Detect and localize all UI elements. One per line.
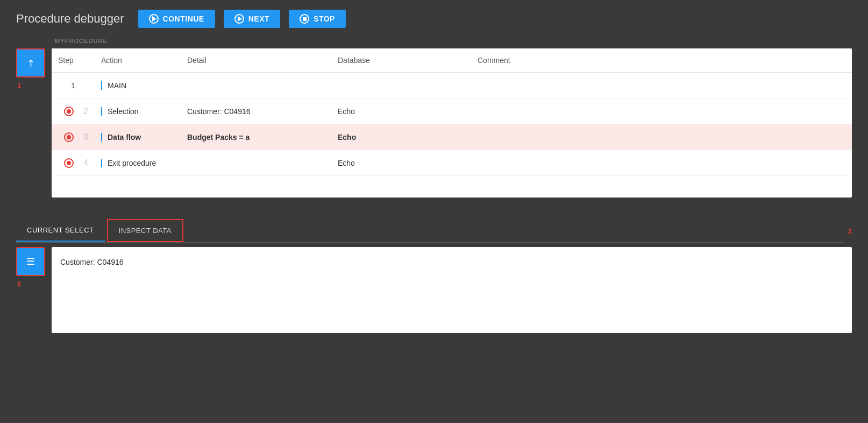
database-3: Echo [331, 129, 471, 146]
main-content: MYPROCEDURE ↗ 1 Step Action Detail Datab… [0, 38, 868, 198]
indent-bar-4: Exit procedure [101, 159, 156, 167]
list-icon: ☰ [26, 256, 35, 267]
tabs-row: CURRENT SELECT INSPECT DATA [16, 219, 844, 243]
stop-icon [300, 14, 309, 24]
stop-square-icon [303, 17, 307, 21]
breakpoint-icon-3[interactable] [64, 132, 74, 142]
comment-3 [471, 133, 852, 142]
table-row: 2 Selection Customer: C04916 Echo [52, 98, 852, 124]
procedure-section-label: MYPROCEDURE [16, 38, 852, 44]
indent-bar-2: Selection [101, 107, 139, 116]
breakpoint-dot-4 [67, 161, 71, 165]
breakpoint-dot-3 [67, 135, 71, 139]
step-1: 1 [52, 77, 95, 94]
database-4: Echo [331, 154, 471, 172]
continue-label: CONTINUE [163, 15, 204, 23]
continue-button[interactable]: CONTINUE [138, 10, 215, 28]
action-1: MAIN [95, 77, 181, 94]
next-icon [234, 14, 244, 24]
step-number-1: 1 [17, 81, 21, 89]
comment-2 [471, 107, 852, 116]
step-num-3: 3 [83, 132, 88, 142]
bottom-icon-wrapper: ☰ 2 [16, 247, 45, 276]
col-database: Database [331, 54, 471, 67]
procedure-icon-button[interactable]: ↗ [16, 48, 45, 77]
continue-icon [149, 14, 159, 24]
next-play-triangle [238, 16, 242, 22]
procedure-table: Step Action Detail Database Comment 1 MA… [52, 48, 852, 198]
detail-4 [181, 159, 331, 167]
database-1 [331, 81, 471, 90]
content-text: Customer: C04916 [60, 258, 124, 266]
step-number-2: 2 [17, 280, 21, 288]
procedure-icon-wrapper: ↗ 1 [16, 48, 45, 77]
step-num-2: 2 [83, 107, 88, 116]
play-triangle-icon [152, 16, 156, 22]
step-3-col: 3 [52, 128, 95, 146]
page-title: Procedure debugger [16, 12, 124, 26]
stop-button[interactable]: STOP [289, 10, 346, 28]
procedure-container: ↗ 1 Step Action Detail Database Comment … [16, 48, 852, 198]
action-3: Data flow [95, 129, 181, 146]
col-action: Action [95, 54, 181, 67]
stop-label: STOP [314, 15, 335, 23]
tab-number-3: 3 [848, 227, 852, 235]
action-4: Exit procedure [95, 154, 181, 172]
detail-2: Customer: C04916 [181, 103, 331, 120]
database-2: Echo [331, 103, 471, 120]
next-button[interactable]: NEXT [224, 10, 280, 28]
header: Procedure debugger CONTINUE NEXT STOP [0, 0, 868, 38]
step-4-col: 4 [52, 154, 95, 172]
content-area: Customer: C04916 [52, 247, 852, 333]
bottom-section: CURRENT SELECT INSPECT DATA 3 ☰ 2 Custom… [0, 219, 868, 333]
detail-1 [181, 81, 331, 90]
action-2: Selection [95, 103, 181, 120]
bottom-icon-button[interactable]: ☰ [16, 247, 45, 276]
table-row: 1 MAIN [52, 73, 852, 98]
table-padding [52, 176, 852, 198]
col-comment: Comment [471, 54, 852, 67]
tab-inspect-data[interactable]: INSPECT DATA [107, 219, 183, 242]
col-step: Step [52, 54, 95, 67]
breakpoint-icon-2[interactable] [64, 107, 74, 116]
indent-bar-1: MAIN [101, 81, 126, 90]
comment-1 [471, 81, 852, 90]
bottom-container: ☰ 2 Customer: C04916 [16, 247, 852, 333]
table-row: 3 Data flow Budget Packs = a Echo ▶ [52, 124, 852, 150]
external-link-icon: ↗ [24, 56, 38, 70]
step-num-4: 4 [83, 158, 88, 168]
main-label: MAIN [108, 81, 126, 90]
breakpoint-dot-2 [67, 109, 71, 114]
step-2-col: 2 [52, 102, 95, 121]
tabs-wrapper: CURRENT SELECT INSPECT DATA 3 [16, 219, 852, 243]
col-detail: Detail [181, 54, 331, 67]
table-row: 4 Exit procedure Echo [52, 150, 852, 176]
detail-3: Budget Packs = a [181, 129, 331, 146]
breakpoint-icon-4[interactable] [64, 158, 74, 168]
table-header: Step Action Detail Database Comment [52, 48, 852, 73]
comment-4 [471, 159, 852, 167]
tab-current-select[interactable]: CURRENT SELECT [16, 220, 105, 242]
indent-bar-3: Data flow [101, 133, 141, 142]
next-label: NEXT [248, 15, 269, 23]
